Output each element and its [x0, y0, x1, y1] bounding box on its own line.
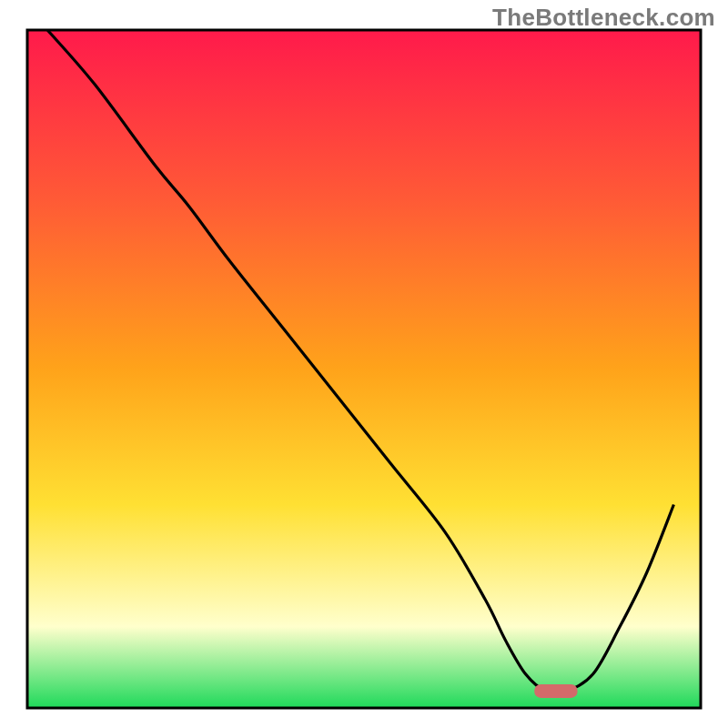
chart-container: TheBottleneck.com: [0, 0, 728, 728]
watermark-label: TheBottleneck.com: [492, 4, 715, 32]
minimum-marker: [534, 684, 577, 698]
bottleneck-chart: [0, 0, 728, 728]
